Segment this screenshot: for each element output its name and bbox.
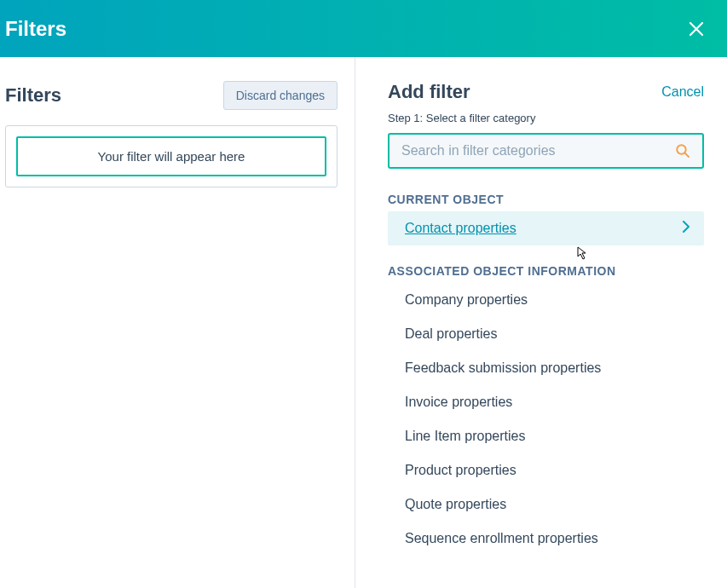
chevron-right-icon bbox=[683, 221, 690, 236]
category-contact-properties[interactable]: Contact properties bbox=[388, 211, 704, 245]
filters-title: Filters bbox=[5, 84, 61, 107]
category-label: Feedback submission properties bbox=[405, 360, 601, 376]
category-label: Contact properties bbox=[405, 221, 516, 236]
dialog-body: Filters Discard changes Your filter will… bbox=[0, 57, 727, 588]
category-sequence-enrollment-properties[interactable]: Sequence enrollment properties bbox=[388, 522, 704, 556]
discard-changes-button[interactable]: Discard changes bbox=[223, 81, 338, 110]
category-label: Line Item properties bbox=[405, 429, 525, 444]
search-input[interactable] bbox=[401, 143, 675, 159]
add-filter-pane: Add filter Cancel Step 1: Select a filte… bbox=[355, 57, 727, 588]
close-icon bbox=[688, 20, 705, 37]
dialog-header: Filters bbox=[0, 0, 727, 57]
add-filter-title: Add filter bbox=[388, 81, 470, 103]
close-button[interactable] bbox=[684, 17, 708, 41]
filter-placeholder: Your filter will appear here bbox=[16, 136, 326, 176]
category-label: Sequence enrollment properties bbox=[405, 531, 598, 546]
filters-pane-header: Filters Discard changes bbox=[5, 81, 338, 110]
svg-line-1 bbox=[685, 153, 689, 158]
step-label: Step 1: Select a filter category bbox=[388, 112, 704, 124]
section-header-associated: ASSOCIATED OBJECT INFORMATION bbox=[388, 264, 704, 278]
category-deal-properties[interactable]: Deal properties bbox=[388, 317, 704, 351]
add-filter-header: Add filter Cancel bbox=[388, 81, 704, 103]
category-company-properties[interactable]: Company properties bbox=[388, 283, 704, 317]
filter-card: Your filter will appear here bbox=[5, 125, 338, 187]
category-label: Company properties bbox=[405, 292, 528, 308]
search-field-wrap[interactable] bbox=[388, 133, 704, 169]
search-icon bbox=[675, 143, 690, 159]
filters-pane: Filters Discard changes Your filter will… bbox=[0, 57, 355, 588]
category-label: Product properties bbox=[405, 463, 516, 478]
category-feedback-submission-properties[interactable]: Feedback submission properties bbox=[388, 351, 704, 385]
category-line-item-properties[interactable]: Line Item properties bbox=[388, 419, 704, 453]
cancel-button[interactable]: Cancel bbox=[661, 84, 704, 100]
category-invoice-properties[interactable]: Invoice properties bbox=[388, 385, 704, 419]
category-product-properties[interactable]: Product properties bbox=[388, 453, 704, 487]
category-label: Deal properties bbox=[405, 326, 498, 342]
dialog-title: Filters bbox=[5, 17, 66, 41]
section-header-current: CURRENT OBJECT bbox=[388, 193, 704, 206]
category-label: Quote properties bbox=[405, 497, 506, 512]
category-label: Invoice properties bbox=[405, 395, 512, 410]
category-quote-properties[interactable]: Quote properties bbox=[388, 487, 704, 522]
